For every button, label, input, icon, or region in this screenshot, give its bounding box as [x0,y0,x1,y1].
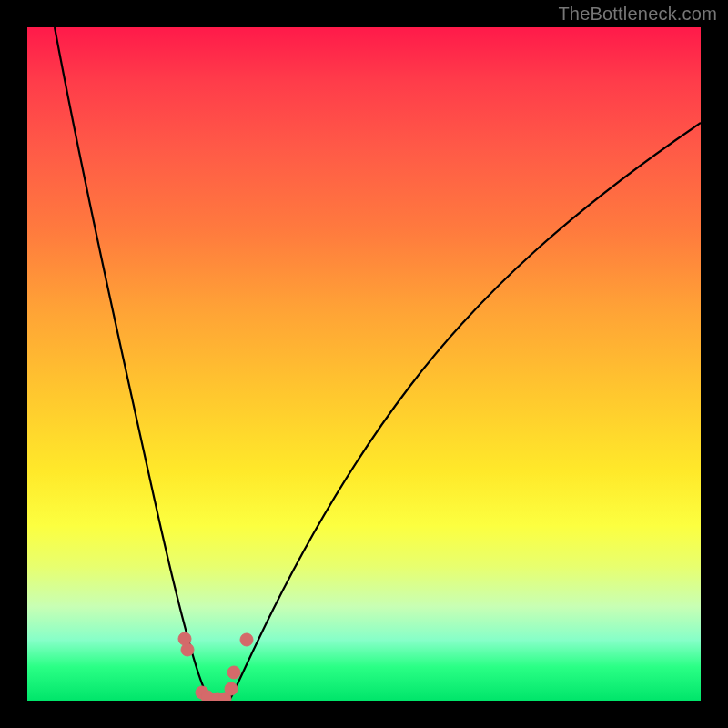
right-curve [229,123,701,701]
svg-point-8 [240,633,253,646]
left-curve [55,27,212,701]
watermark-text: TheBottleneck.com [558,4,717,25]
svg-point-1 [181,643,194,656]
svg-point-6 [225,682,238,695]
marker-dots [178,632,253,701]
chart-svg [27,27,701,701]
svg-point-7 [228,666,240,679]
